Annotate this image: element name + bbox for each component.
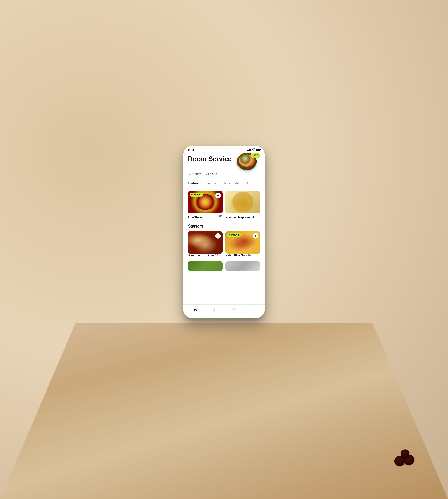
add-phla-button[interactable]: + <box>215 193 221 198</box>
tab-featured[interactable]: Featured <box>188 179 201 187</box>
nahm-name: Nahm Dtok Nuer <box>225 254 247 257</box>
home-icon <box>193 308 197 313</box>
header: Room Service 2 15 Minutes 2 <box>183 153 265 179</box>
food-card-khanom[interactable]: Khanom Jeep Nam M <box>225 191 260 219</box>
food-card-partial-1[interactable] <box>188 261 223 271</box>
wifi-icon <box>252 148 255 151</box>
svg-point-6 <box>253 311 253 311</box>
search-icon <box>213 308 216 313</box>
featured-grid: POPULAR + Phla Thale $15 Khanom Jeep Nam… <box>188 191 260 219</box>
nav-home[interactable] <box>191 308 200 313</box>
header-meta: 15 Minutes 24 hours <box>188 172 260 176</box>
nav-search[interactable] <box>210 308 219 313</box>
starters-section: Starters + Sam Chan Tort Glua $9 POPULAR <box>188 224 260 271</box>
nav-chat[interactable] <box>229 308 238 313</box>
status-time: 9:41 <box>188 148 194 152</box>
starters-grid: + Sam Chan Tort Glua $9 POPULAR + Nahm D… <box>188 231 260 257</box>
nav-more[interactable] <box>248 308 257 313</box>
nahm-price: $8 <box>248 254 251 257</box>
food-card-phla-thale[interactable]: POPULAR + Phla Thale $15 <box>188 191 223 219</box>
starters-title: Starters <box>188 224 260 228</box>
sam-chan-image: + <box>188 231 223 254</box>
tab-starters[interactable]: Starters <box>205 179 216 187</box>
signal-icon <box>247 148 251 151</box>
status-bar: 9:41 <box>183 146 265 153</box>
tab-salads[interactable]: Salads <box>221 179 230 187</box>
header-food-image: 2 <box>237 153 260 171</box>
background-surface <box>0 323 448 499</box>
svg-point-5 <box>251 311 252 311</box>
nahm-image: POPULAR + <box>225 231 260 254</box>
app-title: Room Service <box>188 155 232 162</box>
status-icons <box>247 148 260 151</box>
decoration-cherries <box>392 441 415 466</box>
food-card-partial-2[interactable] <box>225 261 260 271</box>
khanom-name: Khanom Jeep Nam M <box>225 216 254 219</box>
meta-dot <box>203 174 204 174</box>
phla-thale-name: Phla Thale <box>188 216 202 219</box>
meta-time: 15 Minutes <box>188 172 202 176</box>
sam-chan-price: $9 <box>215 254 218 257</box>
home-indicator <box>216 317 232 318</box>
khanom-photo <box>225 191 260 213</box>
category-tabs: Featured Starters Salads Main De... <box>183 179 265 188</box>
bottom-navigation <box>183 304 265 318</box>
svg-point-7 <box>254 311 255 311</box>
chat-icon <box>232 308 236 313</box>
cart-badge[interactable]: 2 <box>251 153 260 158</box>
svg-point-1 <box>255 156 255 156</box>
phla-thale-price: $15 <box>218 215 223 218</box>
cherry-3 <box>401 450 410 458</box>
popular-badge-phla: POPULAR <box>190 193 203 197</box>
cart-count: 2 <box>256 154 258 157</box>
svg-rect-2 <box>195 310 196 311</box>
add-nahm-button[interactable]: + <box>253 233 258 239</box>
content-area: POPULAR + Phla Thale $15 Khanom Jeep Nam… <box>183 188 265 313</box>
tab-desserts[interactable]: De... <box>246 179 252 187</box>
khanom-image <box>225 191 260 213</box>
partial-row <box>188 261 260 271</box>
food-card-sam-chan[interactable]: + Sam Chan Tort Glua $9 <box>188 231 223 257</box>
phla-thale-image: POPULAR + <box>188 191 223 213</box>
meta-hours: 24 hours <box>206 172 217 176</box>
more-icon <box>251 308 255 313</box>
cart-icon <box>253 154 256 157</box>
svg-point-0 <box>254 156 254 156</box>
food-card-nahm[interactable]: POPULAR + Nahm Dtok Nuer $8 <box>225 231 260 257</box>
svg-rect-4 <box>232 308 235 311</box>
popular-badge-nahm: POPULAR <box>227 233 241 237</box>
tab-main[interactable]: Main <box>235 179 241 187</box>
add-sam-button[interactable]: + <box>215 233 221 239</box>
sam-chan-name: Sam Chan Tort Glua <box>188 254 215 257</box>
phone-frame: 9:41 Room Service <box>183 146 265 318</box>
battery-icon <box>256 149 260 151</box>
